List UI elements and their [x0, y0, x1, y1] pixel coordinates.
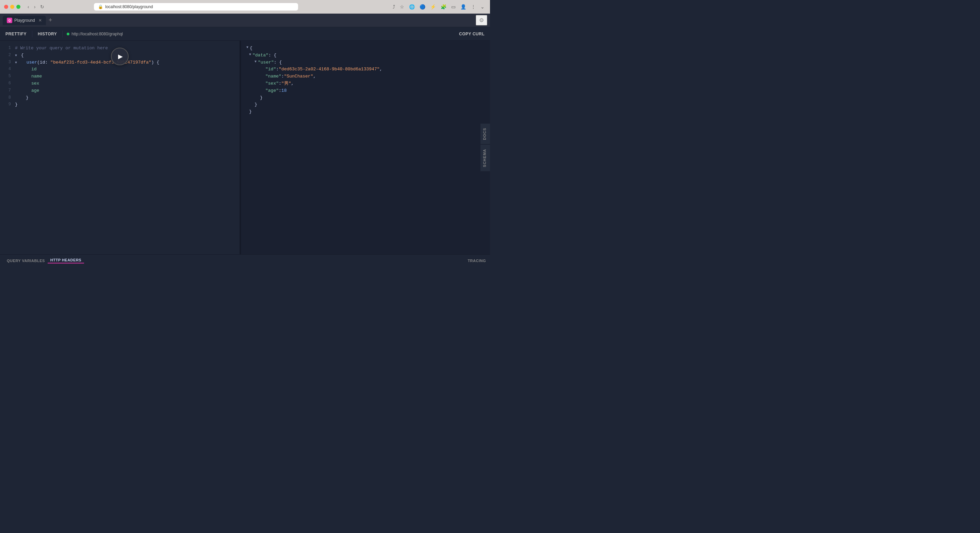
- copy-curl-button[interactable]: COPY CURL: [453, 27, 490, 40]
- line-content-3: ▼ user(id: "be4af231-fcd3-4ed4-bcf3-5052…: [15, 59, 159, 66]
- line-number-9: 9: [3, 101, 11, 108]
- tab-favicon: Q: [7, 17, 12, 23]
- code-line-9: 9 }: [0, 101, 240, 108]
- code-line-7: 7 age: [0, 87, 240, 95]
- main-area: 1 # Write your query or mutation here 2 …: [0, 41, 490, 254]
- address-icon: 🔒: [98, 5, 103, 9]
- code-line-6: 6 sex: [0, 80, 240, 87]
- menu-button[interactable]: ⋮: [469, 3, 477, 10]
- url-text: localhost:8080/playground: [105, 5, 153, 9]
- execute-query-button[interactable]: ▶: [111, 48, 129, 65]
- browser-icon-2[interactable]: 🔵: [418, 3, 427, 10]
- result-line-9: }: [243, 101, 478, 108]
- line-content-8: }: [15, 95, 29, 102]
- docs-tab[interactable]: DOCS: [480, 124, 490, 144]
- playground-tab[interactable]: Q Playground ✕: [3, 16, 46, 25]
- settings-button[interactable]: ⚙: [476, 15, 487, 25]
- browser-navigation: ‹ › ↻: [26, 3, 46, 10]
- line-content-2: ▼ {: [15, 52, 24, 59]
- result-line-8: }: [243, 95, 478, 102]
- code-line-5: 5 name: [0, 73, 240, 80]
- line-content-9: }: [15, 101, 18, 108]
- collapse-triangle-r3: ▼: [255, 59, 256, 65]
- line-number-3: 3: [3, 59, 11, 66]
- close-window-button[interactable]: [4, 5, 8, 9]
- line-content-4: id: [15, 66, 37, 73]
- line-content-6: sex: [15, 80, 39, 87]
- collapse-triangle-r1: ▼: [247, 45, 248, 50]
- share-button[interactable]: ⤴: [391, 3, 396, 10]
- query-variables-tab[interactable]: QUERY VARIABLES: [4, 259, 48, 263]
- editor-pane[interactable]: 1 # Write your query or mutation here 2 …: [0, 41, 240, 254]
- back-button[interactable]: ‹: [26, 3, 31, 10]
- result-line-1: ▼ {: [243, 45, 478, 52]
- browser-actions: ⤴ ☆ 🌐 🔵 ⚡ 🧩 ▭ 👤 ⋮ ⌄: [391, 3, 486, 10]
- result-line-6: "sex": "男",: [243, 80, 478, 87]
- browser-icon-1[interactable]: 🌐: [408, 3, 416, 10]
- history-button[interactable]: HISTORY: [32, 27, 62, 40]
- browser-chrome: ‹ › ↻ 🔒 localhost:8080/playground ⤴ ☆ 🌐 …: [0, 0, 490, 14]
- browser-icon-3[interactable]: ⚡: [429, 3, 437, 10]
- minimize-window-button[interactable]: [10, 5, 14, 9]
- address-bar[interactable]: 🔒 localhost:8080/playground: [94, 3, 298, 11]
- profile-button[interactable]: 👤: [459, 3, 468, 10]
- play-icon: ▶: [118, 53, 123, 60]
- result-line-10: }: [243, 108, 478, 116]
- code-line-8: 8 }: [0, 95, 240, 102]
- bottom-bar: QUERY VARIABLES HTTP HEADERS TRACING: [0, 254, 490, 266]
- collapse-triangle-r2: ▼: [249, 52, 251, 57]
- code-line-4: 4 id: [0, 66, 240, 73]
- reload-button[interactable]: ↻: [38, 3, 46, 10]
- line-content-7: age: [15, 87, 39, 95]
- prettify-button[interactable]: PRETTIFY: [0, 27, 32, 40]
- line-number-5: 5: [3, 73, 11, 79]
- bookmark-button[interactable]: ☆: [398, 3, 406, 10]
- tab-close-button[interactable]: ✕: [38, 18, 42, 23]
- maximize-window-button[interactable]: [16, 5, 21, 9]
- side-tabs: DOCS SCHEMA: [480, 41, 490, 254]
- collapse-triangle-3: ▼: [15, 61, 17, 65]
- line-number-6: 6: [3, 80, 11, 87]
- tab-title: Playground: [14, 18, 35, 23]
- result-line-7: "age": 18: [243, 87, 478, 95]
- result-line-4: "id": "ded63c35-2a02-4168-9b40-80bd6a133…: [243, 66, 478, 73]
- endpoint-indicator: http://localhost:8080/graphql: [63, 32, 127, 36]
- new-tab-button[interactable]: +: [46, 15, 55, 25]
- line-number-2: 2: [3, 52, 11, 59]
- collapse-triangle-2: ▼: [15, 54, 17, 57]
- sidebar-button[interactable]: ▭: [450, 3, 457, 10]
- line-content-5: name: [15, 73, 42, 80]
- toolbar: PRETTIFY HISTORY http://localhost:8080/g…: [0, 27, 490, 41]
- result-line-3: ▼ "user": {: [243, 59, 478, 66]
- line-content-1: # Write your query or mutation here: [15, 45, 108, 52]
- line-number-4: 4: [3, 66, 11, 72]
- http-headers-tab[interactable]: HTTP HEADERS: [48, 258, 84, 263]
- endpoint-url: http://localhost:8080/graphql: [72, 32, 123, 36]
- window-controls[interactable]: ⌄: [479, 3, 486, 10]
- schema-tab[interactable]: SCHEMA: [480, 145, 490, 171]
- result-pane: ▼ { ▼ "data": { ▼ "user": { "id": "ded63…: [241, 41, 480, 254]
- line-number-8: 8: [3, 95, 11, 101]
- line-number-7: 7: [3, 87, 11, 94]
- traffic-lights: [4, 5, 21, 9]
- endpoint-status-dot: [67, 33, 69, 35]
- tab-bar: Q Playground ✕ + ⚙: [0, 14, 490, 27]
- play-button-container: ▶: [111, 48, 129, 65]
- result-json: ▼ { ▼ "data": { ▼ "user": { "id": "ded63…: [241, 45, 480, 116]
- forward-button[interactable]: ›: [32, 3, 37, 10]
- tracing-tab[interactable]: TRACING: [468, 259, 486, 263]
- result-line-5: "name": "SunChaser",: [243, 73, 478, 80]
- result-line-2: ▼ "data": {: [243, 52, 478, 59]
- extensions-button[interactable]: 🧩: [439, 3, 448, 10]
- line-number-1: 1: [3, 45, 11, 51]
